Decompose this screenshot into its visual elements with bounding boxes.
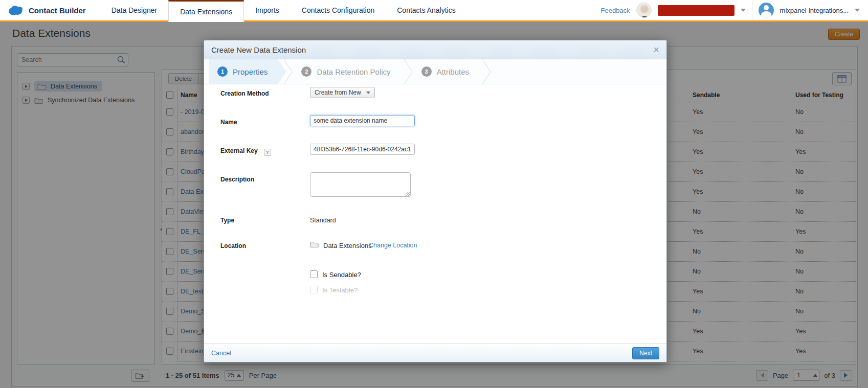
resize-grip-icon[interactable] bbox=[406, 192, 410, 196]
nav-right-cluster: Feedback mixpanel-integrations... bbox=[601, 0, 868, 22]
creation-method-value: Create from New bbox=[315, 89, 361, 96]
help-icon[interactable]: ? bbox=[264, 149, 271, 156]
step-number-badge: 2 bbox=[301, 66, 311, 77]
einstein-avatar bbox=[636, 3, 652, 18]
cancel-link[interactable]: Cancel bbox=[211, 350, 231, 357]
change-location-link[interactable]: Change Location bbox=[369, 242, 417, 249]
nav-tabs: Data Designer Data Extensions Imports Co… bbox=[100, 0, 467, 22]
location-label: Location bbox=[220, 242, 246, 249]
salesforce-cloud-logo-icon bbox=[7, 5, 24, 16]
type-value: Standard bbox=[310, 217, 336, 224]
user-avatar-icon bbox=[759, 3, 774, 18]
description-textarea[interactable] bbox=[310, 172, 411, 197]
tab-imports[interactable]: Imports bbox=[244, 0, 291, 22]
description-label: Description bbox=[220, 176, 254, 183]
chevron-down-icon[interactable] bbox=[741, 9, 746, 14]
modal-footer: Cancel Next bbox=[204, 344, 666, 362]
step-data-retention-policy[interactable]: 2 Data Retention Policy bbox=[293, 59, 406, 84]
step-separator-chevron-icon bbox=[403, 59, 413, 84]
external-key-input[interactable] bbox=[310, 144, 415, 155]
name-label: Name bbox=[220, 119, 237, 126]
modal-title: Create New Data Extension bbox=[211, 45, 306, 54]
step-properties[interactable]: 1 Properties bbox=[209, 59, 286, 84]
tab-data-extensions[interactable]: Data Extensions bbox=[168, 0, 244, 22]
step-attributes[interactable]: 3 Attributes bbox=[413, 59, 484, 84]
feedback-link[interactable]: Feedback bbox=[601, 7, 630, 14]
nav-accent-bar bbox=[0, 20, 868, 22]
account-name[interactable]: mixpanel-integrations... bbox=[780, 7, 849, 14]
modal-header: Create New Data Extension × bbox=[204, 40, 666, 59]
nav-divider bbox=[752, 0, 752, 20]
wizard-steps: 1 Properties 2 Data Retention Policy 3 A… bbox=[204, 59, 666, 84]
step-label: Attributes bbox=[437, 67, 469, 76]
external-key-label: External Key? bbox=[220, 147, 271, 156]
step-label: Properties bbox=[233, 67, 268, 76]
next-button[interactable]: Next bbox=[632, 347, 659, 359]
app-brand: Contact Builder bbox=[0, 0, 100, 22]
create-data-extension-modal: Create New Data Extension × 1 Properties… bbox=[204, 40, 667, 362]
creation-method-dropdown[interactable]: Create from New bbox=[310, 87, 375, 98]
is-sendable-checkbox[interactable] bbox=[310, 270, 318, 278]
tab-contacts-analytics[interactable]: Contacts Analytics bbox=[386, 0, 466, 22]
name-input[interactable] bbox=[310, 115, 415, 126]
is-sendable-label: Is Sendable? bbox=[322, 271, 361, 279]
step-number-badge: 1 bbox=[217, 66, 228, 77]
is-testable-checkbox bbox=[310, 286, 318, 293]
type-label: Type bbox=[220, 217, 234, 224]
step-label: Data Retention Policy bbox=[317, 67, 390, 76]
tab-data-designer[interactable]: Data Designer bbox=[100, 0, 169, 22]
close-icon[interactable]: × bbox=[653, 44, 659, 55]
tab-contacts-configuration[interactable]: Contacts Configuration bbox=[291, 0, 386, 22]
step-separator-chevron-icon bbox=[481, 59, 492, 84]
chevron-down-icon bbox=[366, 92, 370, 96]
folder-icon bbox=[310, 241, 319, 247]
is-testable-label: Is Testable? bbox=[322, 286, 358, 294]
step-number-badge: 3 bbox=[421, 66, 432, 77]
top-nav: Contact Builder Data Designer Data Exten… bbox=[0, 0, 868, 22]
masked-business-unit-selector[interactable] bbox=[658, 5, 735, 16]
account-chevron-down-icon[interactable] bbox=[855, 9, 860, 14]
app-title: Contact Builder bbox=[29, 6, 86, 15]
location-value: Data Extensions bbox=[323, 242, 372, 249]
creation-method-label: Creation Method bbox=[220, 90, 269, 97]
